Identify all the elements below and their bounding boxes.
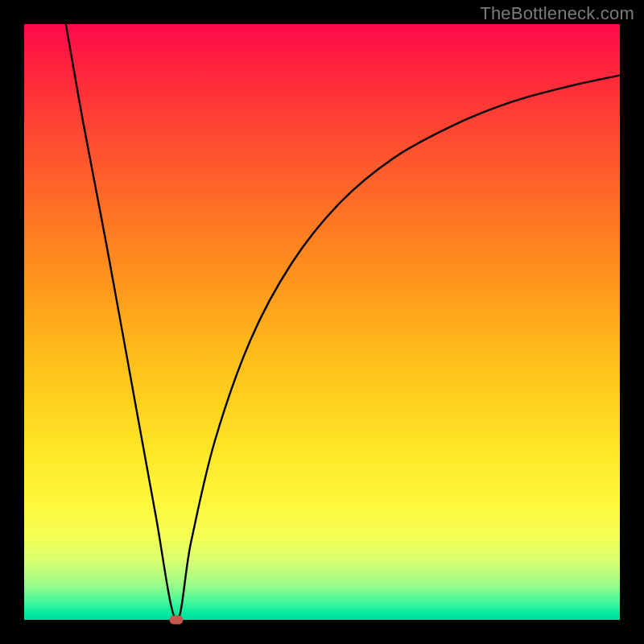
bottleneck-curve — [24, 24, 620, 620]
minimum-marker — [169, 616, 183, 625]
plot-area — [24, 24, 620, 620]
chart-frame: TheBottleneck.com — [0, 0, 644, 644]
watermark-text: TheBottleneck.com — [480, 3, 634, 24]
